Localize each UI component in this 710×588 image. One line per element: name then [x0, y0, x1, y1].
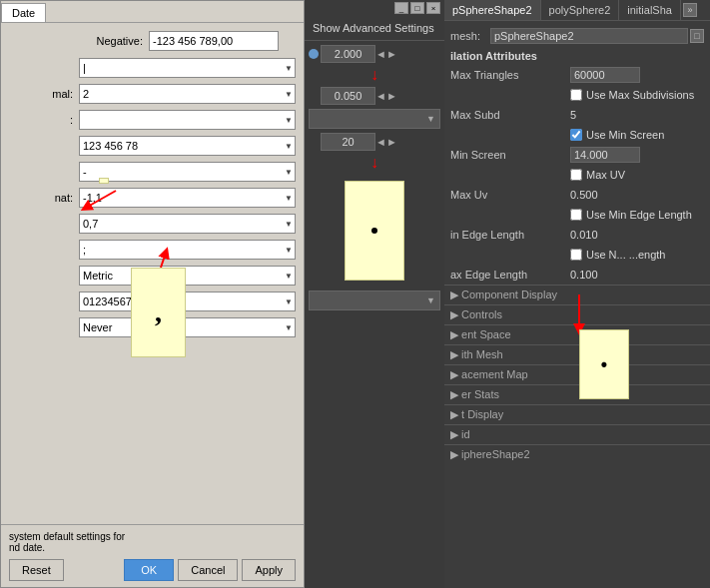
attr-use-max-subdiv: Use Max Subdivisions: [444, 85, 710, 105]
tab-polysphere[interactable]: polySphere2: [541, 0, 620, 20]
field-row-2: mal: 2: [9, 83, 296, 105]
field-input-1[interactable]: [79, 58, 296, 78]
right-tab-bar: pSphereShape2 polySphere2 initialSha »: [444, 0, 710, 21]
section-ith-mesh[interactable]: ▶ ith Mesh: [444, 344, 710, 364]
use-min-edge-checkbox[interactable]: [570, 209, 582, 221]
footer-note: system default settings for nd date.: [9, 531, 296, 553]
mesh-expand-btn[interactable]: □: [690, 29, 704, 43]
yellow-rect-dot: [371, 228, 377, 234]
slider-arrow-3[interactable]: ◄►: [375, 136, 397, 148]
minimize-btn[interactable]: _: [394, 2, 408, 14]
show-advanced-header[interactable]: Show Advanced Settings: [305, 16, 444, 41]
zero7-select[interactable]: 0,7: [79, 214, 296, 234]
min-screen-label: Min Screen: [450, 149, 570, 161]
dash-select[interactable]: -: [79, 162, 296, 182]
slider-arrow-1[interactable]: ◄►: [375, 48, 397, 60]
use-min-screen-checkbox[interactable]: [570, 129, 582, 141]
max-subd-value: 5: [570, 109, 704, 121]
field-row-5: -: [9, 161, 296, 183]
window-controls: _ □ ×: [394, 2, 440, 14]
close-btn[interactable]: ×: [426, 2, 440, 14]
bottom-dropdown[interactable]: ▼: [309, 291, 440, 310]
digits-select[interactable]: 0123456789: [79, 292, 296, 311]
mal-label: mal:: [9, 88, 79, 100]
attr-min-edge-val: in Edge Length 0.010: [444, 225, 710, 245]
use-max-subdiv-label: Use Max Subdivisions: [586, 89, 704, 101]
annotation-tooltip-2: ,: [131, 268, 186, 357]
use-max-subdiv-checkbox[interactable]: [570, 89, 582, 101]
min-edge-value: 0.010: [570, 229, 704, 241]
left-dialog: Date Negative: mal:: [0, 0, 305, 588]
cancel-button[interactable]: Cancel: [178, 559, 238, 581]
section-er-stats[interactable]: ▶ er Stats: [444, 384, 710, 404]
mal-select[interactable]: 2: [79, 84, 296, 104]
slider-row-3: ◄►: [309, 133, 440, 151]
date-tab[interactable]: Date: [1, 3, 46, 22]
min-screen-input[interactable]: [570, 147, 640, 163]
slider-row-2: ◄►: [309, 87, 440, 105]
field-row-7: 0,7: [9, 213, 296, 235]
number-select[interactable]: 123 456 78: [79, 136, 296, 156]
slider-input-3[interactable]: [321, 133, 375, 151]
section-controls[interactable]: ▶ Controls: [444, 304, 710, 324]
metric-select[interactable]: Metric: [79, 266, 296, 286]
dropdown-arrow: ▼: [426, 114, 435, 124]
yellow-rectangle: [345, 181, 404, 281]
nat-select[interactable]: -1,1: [79, 188, 296, 208]
tab-psphere[interactable]: pSphereShape2: [444, 0, 541, 20]
max-uv-value: 0.500: [570, 189, 704, 201]
max-edge-label: ax Edge Length: [450, 269, 570, 281]
field-row-8: ;: [9, 239, 296, 261]
attr-use-min-screen: Use Min Screen: [444, 125, 710, 145]
slider-row-1: ◄►: [309, 45, 440, 63]
section-acement-map[interactable]: ▶ acement Map: [444, 364, 710, 384]
slider-dropdown-btn[interactable]: ▼: [309, 109, 440, 129]
mesh-value-input[interactable]: [490, 28, 688, 44]
section-component-display[interactable]: ▶ Component Display: [444, 285, 710, 304]
annotation-tooltip-1: [99, 178, 109, 184]
tab-initialsha[interactable]: initialSha: [619, 0, 681, 20]
ok-button[interactable]: OK: [124, 559, 174, 581]
attr-use-n-length: Use N... ...ength: [444, 245, 710, 265]
red-arrow-down-2: ↓: [309, 155, 440, 171]
negative-input[interactable]: [149, 31, 279, 51]
ilation-section-header[interactable]: ilation Attributes: [444, 47, 710, 65]
field-row-3: :: [9, 109, 296, 131]
semicolon-select[interactable]: ;: [79, 240, 296, 260]
section-ipheres[interactable]: ▶ iphereShape2: [444, 444, 710, 464]
use-n-length-checkbox[interactable]: [570, 249, 582, 261]
attr-use-min-edge: Use Min Edge Length: [444, 205, 710, 225]
apply-button[interactable]: Apply: [242, 559, 296, 581]
mesh-row: mesh: □: [444, 25, 710, 47]
slider-dot-1: [309, 49, 319, 59]
max-triangles-input[interactable]: [570, 67, 640, 83]
attr-min-screen: Min Screen: [444, 145, 710, 165]
section-t-display[interactable]: ▶ t Display: [444, 404, 710, 424]
slider-arrow-2[interactable]: ◄►: [375, 90, 397, 102]
attr-max-uv-val: Max Uv 0.500: [444, 185, 710, 205]
colon-select[interactable]: [79, 110, 296, 130]
maximize-btn[interactable]: □: [410, 2, 424, 14]
max-uv-checkbox[interactable]: [570, 169, 582, 181]
max-subd-label: Max Subd: [450, 109, 570, 121]
reset-button[interactable]: Reset: [9, 559, 64, 581]
attr-max-triangles: Max Triangles: [444, 65, 710, 85]
use-min-edge-label: Use Min Edge Length: [586, 209, 704, 221]
use-n-length-label: Use N... ...ength: [586, 249, 704, 261]
tab-bar: Date: [1, 1, 304, 23]
field-row-1: [9, 57, 296, 79]
attr-max-uv-check: Max UV: [444, 165, 710, 185]
attr-max-subd: Max Subd 5: [444, 105, 710, 125]
section-ent-space[interactable]: ▶ ent Space: [444, 324, 710, 344]
colon-label: :: [9, 114, 79, 126]
section-id[interactable]: ▶ id: [444, 424, 710, 444]
use-min-screen-label: Use Min Screen: [586, 129, 704, 141]
negative-row: Negative:: [9, 31, 296, 51]
slider-input-1[interactable]: [321, 45, 375, 63]
right-content: mesh: □ ilation Attributes Max Triangles…: [444, 21, 710, 588]
never-select[interactable]: Never: [79, 317, 296, 337]
expand-tab-btn[interactable]: »: [683, 3, 697, 17]
slider-input-2[interactable]: [321, 87, 375, 105]
right-tooltip-dot: •: [601, 354, 607, 375]
negative-label: Negative:: [79, 35, 149, 47]
